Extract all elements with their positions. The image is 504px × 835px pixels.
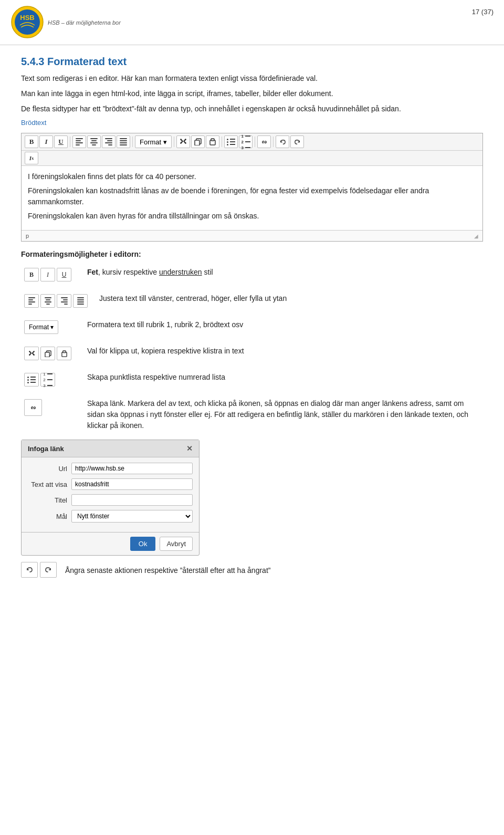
feature-bold-btn[interactable]: B: [24, 268, 39, 281]
dialog-title: Infoga länk: [28, 445, 64, 453]
feature-row-link: Skapa länk. Markera del av text, och kli…: [21, 397, 483, 431]
copy-icon: [194, 138, 202, 145]
dialog-url-row: Url: [28, 463, 193, 474]
undo-button-toolbar[interactable]: [276, 135, 289, 148]
feature-italic-btn[interactable]: I: [40, 268, 55, 281]
copy-button[interactable]: [191, 135, 205, 148]
features-title: Formateringsmöjligheter i editorn:: [21, 250, 483, 258]
italic-button[interactable]: I: [39, 135, 53, 148]
toolbar-separator-5: [255, 137, 255, 147]
redo-button[interactable]: [40, 562, 57, 578]
dialog-close-button[interactable]: ✕: [186, 444, 193, 453]
svg-rect-6: [211, 139, 214, 141]
feature-bullet-list-btn[interactable]: [24, 373, 39, 387]
toolbar-separator-4: [222, 137, 222, 147]
justify-button[interactable]: [117, 135, 130, 148]
link-icon: [261, 139, 268, 145]
bold-button[interactable]: B: [25, 135, 38, 148]
dialog-text-label: Text att visa: [28, 481, 67, 488]
intro-paragraph-1: Text som redigeras i en editor. Här kan …: [21, 73, 483, 84]
redo-icon-2: [45, 566, 52, 573]
underline-button[interactable]: U: [54, 135, 68, 148]
dialog-url-input[interactable]: [71, 463, 193, 474]
dialog-cancel-button[interactable]: Avbryt: [160, 537, 193, 551]
feature-paste-btn[interactable]: [57, 347, 71, 360]
feature-desc-lists: Skapa punktlista respektive numrerad lis…: [87, 371, 483, 383]
header-tagline: HSB – där möjligheterna bor: [48, 19, 121, 26]
feature-cut-btn[interactable]: [24, 347, 39, 360]
format-dropdown[interactable]: Format ▾: [135, 135, 172, 148]
feature-numbered-list-btn[interactable]: 1 2 3: [40, 373, 55, 387]
dialog-title-row: Titel: [28, 494, 193, 506]
feature-underline-btn[interactable]: U: [57, 268, 71, 281]
section-title: 5.4.3 Formaterad text: [21, 56, 483, 68]
undo-button[interactable]: [21, 562, 38, 578]
feature-desc-cutcopy: Val för klippa ut, kopiera respektive kl…: [87, 345, 483, 357]
paste-icon-2: [61, 350, 68, 357]
link-icon-2: [29, 404, 37, 412]
copy-icon-2: [45, 350, 51, 357]
dialog-target-row: Mål Nytt fönster Samma fönster: [28, 510, 193, 523]
feature-icon-align: [21, 292, 91, 310]
feature-desc-biu: Fet, kursiv respektive understruken stil: [87, 266, 483, 278]
unordered-list-button[interactable]: [224, 135, 238, 148]
redo-button-toolbar[interactable]: [290, 135, 304, 148]
feature-copy-btn[interactable]: [40, 347, 55, 360]
undo-description: Ångra senaste aktionen respektive ”åters…: [65, 564, 483, 576]
editor-toolbar-row1: B I U: [22, 133, 482, 151]
editor-footer: p ◢: [22, 230, 482, 241]
intro-paragraph-2: Man kan inte lägga in egen html-kod, int…: [21, 88, 483, 99]
align-left-button[interactable]: [72, 135, 86, 148]
align-center-button[interactable]: [87, 135, 101, 148]
hsb-logo: HSB: [10, 5, 45, 39]
feature-row-cutcopy: Val för klippa ut, kopiera respektive kl…: [21, 345, 483, 362]
editor-label: Brödtext: [21, 119, 483, 127]
undo-redo-buttons: [21, 562, 57, 578]
feature-format-dropdown[interactable]: Format ▾: [24, 320, 58, 334]
editor-container: B I U: [21, 133, 483, 242]
paste-button[interactable]: [206, 135, 219, 148]
feature-icon-cutcopy: [21, 345, 79, 362]
feature-link-btn[interactable]: [24, 399, 42, 416]
paste-icon: [209, 138, 216, 145]
feature-align-center-btn[interactable]: [40, 294, 55, 308]
dialog-text-row: Text att visa: [28, 478, 193, 490]
feature-icon-format: Format ▾: [21, 318, 79, 336]
insert-link-dialog: Infoga länk ✕ Url Text att visa Titel Må…: [21, 440, 200, 556]
feature-justify-btn[interactable]: [73, 294, 88, 308]
feature-row-format: Format ▾ Formatera text till rubrik 1, r…: [21, 318, 483, 336]
link-button[interactable]: [257, 135, 271, 148]
editor-line-3: Föreningslokalen kan även hyras för andr…: [28, 211, 476, 222]
clear-formatting-button[interactable]: Ix: [25, 152, 38, 164]
main-content: 5.4.3 Formaterad text Text som redigeras…: [0, 45, 504, 588]
dialog-target-select[interactable]: Nytt fönster Samma fönster: [71, 510, 193, 523]
dialog-footer: Ok Avbryt: [22, 532, 199, 555]
feature-align-right-btn[interactable]: [57, 294, 71, 308]
svg-rect-9: [45, 352, 49, 357]
feature-align-left-btn[interactable]: [24, 294, 39, 308]
svg-rect-11: [62, 350, 66, 352]
feature-row-lists: 1 2 3 Skapa punktlista respektive numrer…: [21, 371, 483, 389]
cut-button[interactable]: [176, 135, 190, 148]
undo-icon-2: [26, 566, 33, 573]
dialog-target-label: Mål: [28, 513, 67, 520]
toolbar-separator-3: [174, 137, 174, 147]
svg-text:HSB: HSB: [20, 14, 34, 22]
editor-line-1: I föreningslokalen finns det plats för c…: [28, 171, 476, 182]
undo-redo-row: Ångra senaste aktionen respektive ”åters…: [21, 562, 483, 578]
dialog-ok-button[interactable]: Ok: [130, 537, 156, 551]
scissors-icon-2: [28, 350, 35, 357]
ordered-list-button[interactable]: 1 2 3: [239, 135, 253, 148]
feature-desc-format: Formatera text till rubrik 1, rubrik 2, …: [87, 318, 483, 330]
intro-paragraph-3: De flesta sidtyper har ett ”brödtext”-fä…: [21, 103, 483, 114]
feature-row-bold: B I U Fet, kursiv respektive understruke…: [21, 266, 483, 284]
editor-content[interactable]: I föreningslokalen finns det plats för c…: [22, 166, 482, 230]
dialog-title-input[interactable]: [71, 494, 193, 506]
align-right-button[interactable]: [102, 135, 116, 148]
dialog-header: Infoga länk ✕: [22, 440, 199, 457]
editor-resize-handle[interactable]: ◢: [474, 233, 478, 239]
feature-icon-link: [21, 397, 79, 418]
toolbar-separator-2: [132, 137, 133, 147]
dialog-text-input[interactable]: [71, 478, 193, 490]
dialog-body: Url Text att visa Titel Mål Nytt fönster…: [22, 457, 199, 532]
